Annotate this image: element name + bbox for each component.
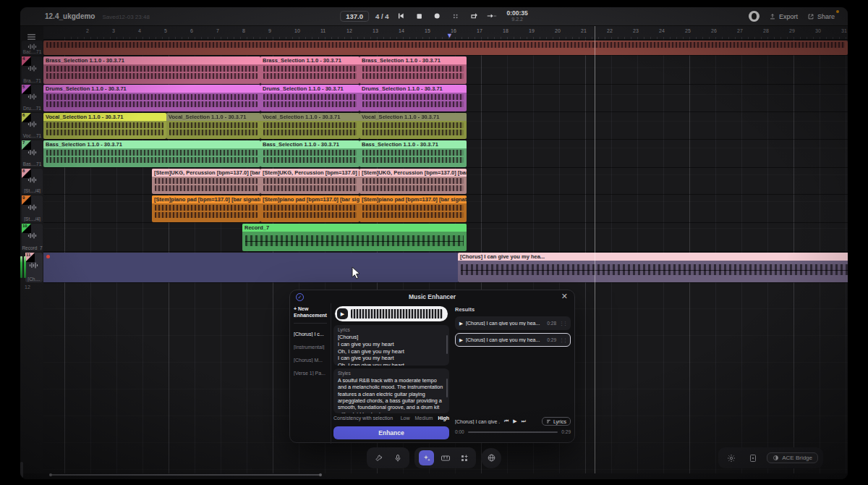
play-icon[interactable]: ▶ bbox=[459, 337, 463, 343]
timeline-ruler[interactable]: 2345678910111213141516171819202122232425… bbox=[43, 26, 848, 40]
track-header[interactable]: 11[Ch.... bbox=[25, 253, 43, 282]
audio-clip[interactable]: Brass_Selection 1.1.0 - 30.3.71 bbox=[43, 56, 260, 84]
manual-book-icon[interactable] bbox=[745, 450, 760, 465]
drag-handle-icon[interactable]: ⋮⋮ bbox=[559, 321, 566, 326]
enhancement-list-item[interactable]: [Chorus] M... bbox=[294, 358, 327, 363]
audio-clip[interactable]: [Stem]UKG, Percussion [bpm=137.0] [bar s… bbox=[359, 169, 467, 194]
audio-clip[interactable]: [Stem]piano pad [bpm=137.0] [bar signatu… bbox=[359, 195, 467, 222]
ruler-bar-number: 30 bbox=[815, 28, 821, 33]
enhancement-list-item[interactable]: [Instrumental] bbox=[294, 345, 327, 350]
play-icon[interactable]: ▶ bbox=[513, 418, 516, 424]
audio-clip[interactable]: [Stem]UKG, Percussion [bpm=137.0] [bar s… bbox=[152, 169, 260, 194]
audio-clip[interactable]: Bass_Selection 1.1.0 - 30.3.71 bbox=[359, 140, 467, 167]
styles-panel[interactable]: Styles A soulful R&B track with a modera… bbox=[333, 368, 449, 413]
track-header[interactable]: 6Voc....71 bbox=[22, 113, 43, 139]
audio-clip[interactable]: Drums_Selection 1.1.0 - 30.3.71 bbox=[260, 85, 359, 111]
audio-clip[interactable]: Vocal_Selection 1.1.0 - 30.3.71 bbox=[359, 113, 467, 139]
styles-text[interactable]: A soulful R&B track with a moderate temp… bbox=[338, 377, 445, 413]
enhance-button[interactable]: Enhance bbox=[333, 426, 449, 439]
consistency-option[interactable]: High bbox=[438, 416, 449, 421]
lyrics-toggle-button[interactable]: Lyrics bbox=[542, 417, 571, 426]
clip-waveform bbox=[155, 178, 258, 184]
track-header[interactable]: 10Record_7 bbox=[22, 224, 43, 251]
source-audio-preview[interactable]: ▶ bbox=[335, 306, 448, 321]
track-header[interactable]: 8[St..../4] bbox=[22, 169, 43, 194]
vertical-scrollbar[interactable] bbox=[20, 462, 23, 478]
audio-clip[interactable]: Bass_Selection 1.1.0 - 30.3.71 bbox=[43, 140, 260, 167]
audio-clip[interactable]: [Stem]piano pad [bpm=137.0] [bar signatu… bbox=[260, 195, 359, 222]
styles-scrollbar[interactable] bbox=[446, 379, 448, 397]
tools-icon[interactable] bbox=[371, 450, 386, 465]
tempo-display[interactable]: 137.0 bbox=[340, 11, 369, 22]
close-icon[interactable]: ✕ bbox=[561, 292, 568, 301]
clip-waveform bbox=[461, 264, 848, 275]
track-header[interactable]: 9[St..../4] bbox=[22, 195, 43, 222]
audio-clip[interactable]: Record_7 bbox=[242, 224, 467, 251]
user-avatar[interactable] bbox=[749, 11, 760, 22]
track-header[interactable]: 5Dru....71 bbox=[22, 85, 43, 111]
playhead-marker-icon[interactable]: ▼ bbox=[446, 32, 453, 39]
track-header[interactable]: Bac....71 bbox=[22, 41, 43, 55]
time-signature-display[interactable]: 4 / 4 bbox=[375, 12, 389, 20]
audio-clip[interactable]: Bass_Selection 1.1.0 - 30.3.71 bbox=[260, 140, 359, 167]
clip-waveform bbox=[46, 94, 258, 100]
play-icon[interactable]: ▶ bbox=[337, 308, 348, 319]
microphone-icon[interactable] bbox=[390, 450, 405, 465]
audio-waveform-icon bbox=[29, 258, 39, 271]
globe-icon[interactable] bbox=[481, 448, 501, 468]
audio-clip[interactable]: Brass_Selection 1.1.0 - 30.3.71 bbox=[260, 56, 359, 84]
progress-bar[interactable] bbox=[468, 431, 558, 433]
consistency-option[interactable]: Low bbox=[401, 416, 410, 421]
clip-waveform bbox=[362, 66, 464, 72]
horizontal-scrollbar[interactable] bbox=[51, 474, 320, 476]
track-header[interactable]: 7Bas....71 bbox=[22, 140, 43, 167]
audio-clip[interactable]: Drums_Selection 1.1.0 - 30.3.71 bbox=[43, 85, 260, 111]
metronome-count-icon[interactable] bbox=[449, 10, 461, 22]
row-separator bbox=[43, 139, 848, 140]
audio-clip[interactable]: Vocal_Selection 1.1.0 - 30.3.71 bbox=[166, 113, 260, 139]
pads-grid-icon[interactable] bbox=[456, 450, 472, 465]
result-item[interactable]: ▶[Chorus] I can give you my hea...0:28⋮⋮ bbox=[455, 316, 571, 330]
piano-keyboard-icon[interactable] bbox=[438, 450, 453, 465]
export-button[interactable]: Export bbox=[769, 13, 798, 20]
clip-waveform bbox=[263, 157, 357, 163]
skip-to-start-button[interactable] bbox=[395, 10, 407, 22]
share-button[interactable]: Share bbox=[807, 13, 835, 20]
audio-clip[interactable] bbox=[43, 41, 848, 55]
ace-bridge-button[interactable]: ACE Bridge bbox=[767, 452, 818, 463]
previous-icon[interactable]: ⏮ bbox=[504, 418, 509, 424]
time-display[interactable]: 0:00:35 9.2.2 bbox=[506, 10, 527, 22]
track-header[interactable]: 4Bra....71 bbox=[22, 56, 43, 84]
lyrics-text[interactable]: [Chorus] I can give you my heart Oh, I c… bbox=[338, 334, 445, 366]
dialog-header[interactable]: ✓ Music Enhancer ✕ bbox=[290, 290, 574, 303]
result-player-title: [Chorus] I can give ... bbox=[455, 419, 500, 424]
audio-clip[interactable]: [Stem]UKG, Percussion [bpm=137.0] [bar s… bbox=[260, 169, 359, 194]
ruler-bar-number: 23 bbox=[633, 28, 639, 33]
enhancement-list-item[interactable]: [Verse 1] Pa... bbox=[294, 371, 327, 376]
auto-scroll-button[interactable] bbox=[485, 10, 497, 22]
audio-clip[interactable]: Drums_Selection 1.1.0 - 30.3.71 bbox=[359, 85, 467, 111]
result-item[interactable]: ▶[Chorus] I can give you my hea...0:29⋮⋮ bbox=[455, 333, 571, 347]
audio-clip[interactable]: [Chorus] I can give you my hea... bbox=[458, 253, 848, 282]
consistency-option[interactable]: Medium bbox=[415, 416, 433, 421]
ruler-bar-number: 4 bbox=[138, 28, 141, 33]
audio-clip[interactable]: [Stem]piano pad [bpm=137.0] [bar signatu… bbox=[152, 195, 260, 222]
track-name: Dru....71 bbox=[22, 106, 43, 111]
stop-button[interactable] bbox=[413, 10, 425, 22]
play-icon[interactable]: ▶ bbox=[459, 321, 463, 326]
audio-clip[interactable]: Brass_Selection 1.1.0 - 30.3.71 bbox=[359, 56, 467, 84]
audio-clip[interactable]: Vocal_Selection 1.1.0 - 30.3.71 bbox=[43, 113, 166, 139]
new-enhancement-button[interactable]: + New Enhancement bbox=[294, 306, 327, 324]
settings-gear-icon[interactable] bbox=[723, 450, 739, 465]
enhancement-list-item[interactable]: [Chorus] I c... bbox=[294, 332, 327, 337]
lyrics-scrollbar[interactable] bbox=[446, 335, 448, 354]
ruler-bar-number: 8 bbox=[242, 28, 245, 33]
drag-handle-icon[interactable]: ⋮⋮ bbox=[559, 337, 566, 343]
enhance-sparkle-icon[interactable] bbox=[419, 450, 434, 465]
loop-button[interactable] bbox=[467, 10, 479, 22]
audio-clip[interactable]: Vocal_Selection 1.1.0 - 30.3.71 bbox=[260, 113, 359, 139]
project-title[interactable]: 12.4_ukgdemo bbox=[45, 12, 95, 20]
lyrics-panel[interactable]: Lyrics [Chorus] I can give you my heart … bbox=[333, 325, 449, 366]
next-icon[interactable]: ⏭ bbox=[522, 418, 526, 424]
record-button[interactable] bbox=[431, 10, 443, 22]
